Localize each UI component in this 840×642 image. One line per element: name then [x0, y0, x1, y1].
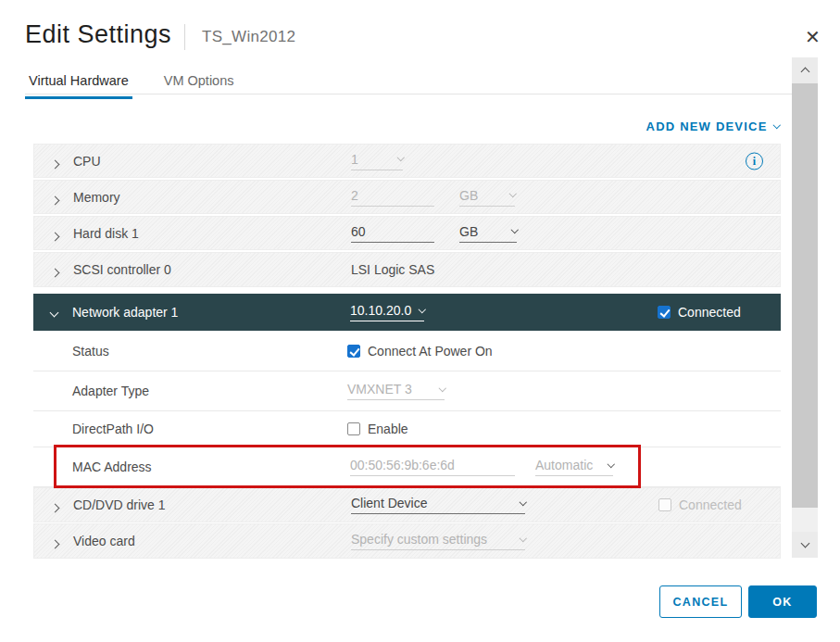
- vm-name: TS_Win2012: [202, 28, 295, 46]
- chevron-right-icon[interactable]: [51, 504, 60, 513]
- connected-checkbox[interactable]: [658, 306, 671, 319]
- tab-vm-options[interactable]: VM Options: [160, 73, 238, 99]
- chevron-right-icon[interactable]: [51, 195, 60, 205]
- cd-dvd-connected-label: Connected: [679, 497, 742, 512]
- cd-dvd-connected-checkbox: [658, 498, 671, 511]
- row-label: DirectPath I/O: [72, 422, 154, 436]
- ok-button[interactable]: OK: [748, 585, 817, 618]
- row-video-card[interactable]: Video card Specify custom settings: [33, 523, 781, 559]
- row-label: Network adapter 1: [72, 305, 178, 320]
- row-adapter-type: Adapter Type VMXNET 3: [33, 371, 781, 411]
- close-icon[interactable]: ✕: [799, 24, 826, 50]
- memory-unit-select: GB: [459, 188, 515, 207]
- tab-virtual-hardware[interactable]: Virtual Hardware: [25, 73, 132, 99]
- hard-disk-unit-select[interactable]: GB: [459, 224, 517, 243]
- cd-dvd-connected-group: Connected: [658, 497, 742, 512]
- chevron-down-icon: [800, 539, 809, 548]
- chevron-down-icon: [438, 384, 445, 392]
- memory-size-input: 2: [351, 188, 434, 207]
- chevron-right-icon[interactable]: [51, 232, 60, 241]
- row-label: Status: [72, 344, 109, 359]
- row-scsi-controller[interactable]: SCSI controller 0 LSI Logic SAS: [33, 252, 781, 287]
- connected-label: Connected: [678, 305, 741, 320]
- hard-disk-size-input[interactable]: 60: [351, 224, 434, 243]
- row-label: Video card: [73, 534, 135, 548]
- chevron-down-icon: [772, 121, 780, 129]
- scroll-down-button[interactable]: [792, 532, 818, 558]
- chevron-right-icon[interactable]: [51, 269, 60, 278]
- title-divider: [184, 24, 185, 50]
- scsi-controller-type: LSI Logic SAS: [351, 262, 434, 277]
- row-label: Adapter Type: [72, 384, 149, 398]
- chevron-down-icon: [418, 306, 425, 313]
- row-label: SCSI controller 0: [73, 262, 171, 277]
- chevron-down-icon: [519, 535, 526, 542]
- enable-checkbox-group[interactable]: Enable: [347, 422, 408, 436]
- row-cd-dvd-drive[interactable]: CD/DVD drive 1 Client Device Connected: [33, 487, 781, 522]
- chevron-down-icon: [607, 460, 614, 468]
- mac-address-input: 00:50:56:9b:6e:6d: [350, 458, 515, 476]
- connect-at-power-on-label: Connect At Power On: [368, 344, 493, 359]
- chevron-right-icon[interactable]: [51, 540, 60, 549]
- connected-checkbox-group[interactable]: Connected: [658, 305, 741, 320]
- connect-at-power-on-group[interactable]: Connect At Power On: [347, 344, 493, 359]
- tab-bar: Virtual Hardware VM Options: [25, 73, 265, 99]
- add-new-device-button[interactable]: ADD NEW DEVICE: [646, 120, 779, 133]
- connect-at-power-on-checkbox[interactable]: [347, 345, 360, 358]
- row-mac-address: MAC Address 00:50:56:9b:6e:6d Automatic: [33, 447, 781, 487]
- row-label: CPU: [73, 154, 101, 169]
- row-label: MAC Address: [72, 459, 152, 474]
- row-status: Status Connect At Power On: [33, 331, 781, 371]
- cancel-button[interactable]: CANCEL: [659, 585, 742, 618]
- cd-dvd-source-select[interactable]: Client Device: [351, 496, 525, 514]
- network-select[interactable]: 10.10.20.0: [350, 303, 424, 321]
- row-directpath-io: DirectPath I/O Enable: [33, 411, 781, 447]
- row-hard-disk[interactable]: Hard disk 1 60 GB: [33, 216, 781, 250]
- row-label: Hard disk 1: [73, 226, 139, 241]
- adapter-type-select: VMXNET 3: [347, 382, 445, 400]
- add-new-device-label: ADD NEW DEVICE: [646, 120, 768, 133]
- chevron-down-icon[interactable]: [50, 308, 59, 318]
- scroll-up-button[interactable]: [792, 57, 818, 83]
- video-card-select: Specify custom settings: [351, 532, 525, 550]
- scrollbar[interactable]: [792, 57, 818, 558]
- info-icon[interactable]: i: [746, 152, 763, 170]
- row-label: CD/DVD drive 1: [73, 497, 166, 512]
- enable-label: Enable: [368, 422, 408, 436]
- enable-checkbox[interactable]: [347, 422, 360, 435]
- row-label: Memory: [73, 190, 120, 205]
- row-network-adapter[interactable]: Network adapter 1 10.10.20.0 Connected: [33, 294, 781, 331]
- tab-divider: [25, 94, 792, 94]
- cpu-count-select: 1: [351, 152, 403, 170]
- page-title: Edit Settings: [25, 20, 171, 49]
- scrollbar-thumb[interactable]: [792, 83, 818, 508]
- chevron-down-icon: [396, 154, 404, 161]
- chevron-down-icon: [510, 226, 518, 233]
- row-memory[interactable]: Memory 2 GB: [33, 180, 781, 214]
- mac-mode-select[interactable]: Automatic: [535, 458, 613, 476]
- chevron-up-icon: [800, 68, 809, 77]
- chevron-down-icon: [519, 498, 526, 506]
- row-cpu[interactable]: CPU 1 i: [33, 144, 781, 178]
- chevron-down-icon: [508, 190, 516, 197]
- virtual-hardware-list: CPU 1 i Memory 2 GB Hard disk 1 60 GB SC…: [33, 144, 781, 560]
- chevron-right-icon[interactable]: [51, 159, 60, 169]
